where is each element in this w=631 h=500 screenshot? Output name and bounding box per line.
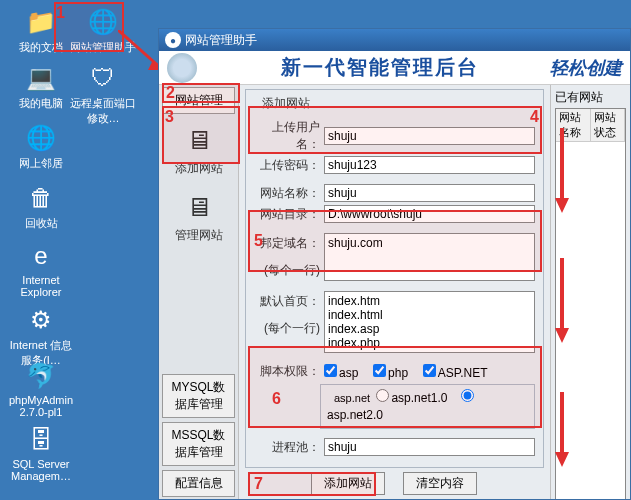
nav-config[interactable]: 配置信息 [162,470,235,497]
globe-icon [167,53,197,83]
annotation-num-4: 4 [530,108,539,126]
desktop-icon-label: phpMyAdmin 2.7.0-pl1 [6,394,76,418]
desktop-icon[interactable]: eInternet Explorer [6,240,76,298]
desktop-app-icon: ⚙ [25,304,57,336]
annotation-arrow-5 [552,258,572,348]
desktop-app-icon: 🗑 [25,182,57,214]
desktop-app-icon: e [25,240,57,272]
desktop-app-icon: 🌐 [25,122,57,154]
desktop-icon[interactable]: 💻我的电脑 [6,62,76,111]
desktop-icon[interactable]: ⚙Internet 信息服务(I… [6,304,76,368]
desktop-app-icon: 🗄 [25,424,57,456]
default-page-textarea[interactable] [324,291,535,353]
sidebar-manage-site[interactable]: 🖥 管理网站 [159,183,238,250]
site-name-label: 网站名称： [254,185,320,202]
desktop-app-icon: 🐬 [25,360,57,392]
nav-mysql[interactable]: MYSQL数据库管理 [162,374,235,418]
nav-mssql[interactable]: MSSQL数据库管理 [162,422,235,466]
annotation-box-5 [248,210,542,272]
sidebar-manage-label: 管理网站 [159,227,238,244]
window-title: 网站管理助手 [185,32,257,49]
desktop-icon[interactable]: 🗑回收站 [6,182,76,231]
annotation-num-2: 2 [166,84,175,102]
upload-pass-label: 上传密码： [254,157,320,174]
pool-input[interactable] [324,438,535,456]
desktop-app-icon: 💻 [25,62,57,94]
annotation-num-5: 5 [254,232,263,250]
desktop-app-icon: 🛡 [87,62,119,94]
pool-label: 进程池： [254,439,320,456]
upload-pass-input[interactable] [324,156,535,174]
clear-button[interactable]: 清空内容 [403,472,477,495]
desktop-icon-label: 网上邻居 [6,156,76,171]
banner-subtitle: 轻松创建 [550,56,622,80]
annotation-box-7 [248,472,376,496]
annotation-num-7: 7 [254,475,263,493]
col-site-status: 网站状态 [591,109,626,141]
annotation-arrow-4 [552,128,572,218]
svg-marker-3 [555,198,569,213]
banner: 新一代智能管理后台 轻松创建 [159,51,630,85]
desktop-icon[interactable]: 🐬phpMyAdmin 2.7.0-pl1 [6,360,76,418]
annotation-num-1: 1 [56,4,65,22]
svg-marker-7 [555,452,569,467]
existing-sites-title: 已有网站 [555,89,626,106]
desktop-icon-label: Internet Explorer [6,274,76,298]
annotation-num-3: 3 [165,108,174,126]
banner-title: 新一代智能管理后台 [209,54,550,81]
titlebar[interactable]: ● 网站管理助手 [159,29,630,51]
svg-marker-5 [555,328,569,343]
desktop-icon-label: SQL Server Managem… [6,458,76,482]
site-name-input[interactable] [324,184,535,202]
desktop-icon-label: 回收站 [6,216,76,231]
annotation-num-6: 6 [272,390,281,408]
annotation-arrow-6 [552,392,572,472]
desktop-icon[interactable]: 🗄SQL Server Managem… [6,424,76,482]
desktop-app-icon: 📁 [25,6,57,38]
annotation-box-4 [248,106,542,154]
desktop-icon-label: 远程桌面端口修改… [68,96,138,126]
desktop-icon[interactable]: 🌐网上邻居 [6,122,76,171]
desktop-icon-label: 我的电脑 [6,96,76,111]
default-page-note: (每个一行) [254,320,320,337]
default-page-label: 默认首页： [254,293,320,310]
monitor-icon: 🖥 [179,189,219,225]
annotation-box-6 [248,346,542,428]
app-icon: ● [165,32,181,48]
